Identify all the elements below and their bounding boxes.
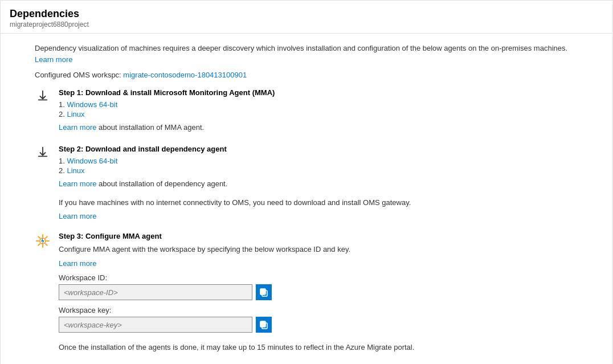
page-header: Dependencies migrateproject6880project <box>1 1 612 34</box>
workspace-label: Configured OMS workspc: <box>35 71 121 79</box>
workspace-key-input[interactable] <box>59 317 252 333</box>
copy-icon <box>259 288 268 297</box>
step3-content: Step 3: Configure MMA agent Configure MM… <box>59 232 578 353</box>
step2-item1: 1. Windows 64-bit <box>59 157 578 165</box>
page-container: Dependencies migrateproject6880project D… <box>0 0 613 364</box>
step2-item2-prefix: 2. <box>59 166 65 175</box>
svg-line-8 <box>38 244 40 246</box>
step1-section: Step 1: Download & install Microsoft Mon… <box>35 88 578 133</box>
step2-oms-learn-more-link[interactable]: Learn more <box>59 212 96 220</box>
workspace-id-row <box>59 284 578 300</box>
intro-learn-more-link[interactable]: Learn more <box>35 55 72 64</box>
workspace-key-copy-button[interactable] <box>256 317 272 333</box>
intro-description: Dependency visualization of machines req… <box>35 44 567 52</box>
content-area: Dependency visualization of machines req… <box>1 34 612 364</box>
step2-learn-more-line: Learn more about installation of depende… <box>59 178 578 190</box>
step3-learn-more-line: Learn more <box>59 259 578 268</box>
step1-item2: 2. Linux <box>59 110 578 118</box>
step3-icon <box>35 233 51 249</box>
step2-item1-prefix: 1. <box>59 157 65 165</box>
step2-oms-learn-more-line: Learn more <box>59 212 578 220</box>
workspace-key-label: Workspace key: <box>59 306 578 314</box>
page-title: Dependencies <box>10 7 603 21</box>
step2-learn-more-suffix: about installation of dependency agent. <box>99 179 227 188</box>
svg-rect-14 <box>260 321 265 327</box>
workspace-value-link[interactable]: migrate-contosodemo-180413100901 <box>123 71 247 79</box>
step3-learn-more-link[interactable]: Learn more <box>59 259 96 268</box>
step2-linux-link[interactable]: Linux <box>67 166 84 175</box>
page-subtitle: migrateproject6880project <box>10 21 603 28</box>
intro-text: Dependency visualization of machines req… <box>35 43 578 65</box>
step1-item1-prefix: 1. <box>59 100 65 109</box>
workspace-info: Configured OMS workspc: migrate-contosod… <box>35 71 578 79</box>
step1-title: Step 1: Download & install Microsoft Mon… <box>59 88 578 97</box>
workspace-id-copy-button[interactable] <box>256 284 272 300</box>
workspace-key-row <box>59 317 578 333</box>
step1-icon <box>35 89 51 102</box>
step1-item1: 1. Windows 64-bit <box>59 100 578 109</box>
step2-section: Step 2: Download and install dependency … <box>35 145 578 220</box>
step2-content: Step 2: Download and install dependency … <box>59 145 578 220</box>
step2-title: Step 2: Download and install dependency … <box>59 145 578 153</box>
svg-line-6 <box>46 244 47 246</box>
step1-learn-more-line: Learn more about installation of MMA age… <box>59 122 578 133</box>
workspace-id-label: Workspace ID: <box>59 273 578 282</box>
step2-learn-more-link[interactable]: Learn more <box>59 179 96 188</box>
svg-rect-11 <box>260 289 265 295</box>
footer-note: Once the installation of the agents is d… <box>59 342 578 353</box>
step3-title: Step 3: Configure MMA agent <box>59 232 578 240</box>
oms-gateway-text: If you have machines with no internet co… <box>59 197 578 208</box>
step1-content: Step 1: Download & install Microsoft Mon… <box>59 88 578 133</box>
step3-desc: Configure MMA agent with the workspace b… <box>59 244 578 255</box>
svg-line-5 <box>38 236 40 238</box>
step1-item2-prefix: 2. <box>59 110 65 118</box>
step1-learn-more-link[interactable]: Learn more <box>59 123 96 132</box>
step2-windows-link[interactable]: Windows 64-bit <box>67 157 117 165</box>
step3-section: Step 3: Configure MMA agent Configure MM… <box>35 232 578 353</box>
step1-windows-link[interactable]: Windows 64-bit <box>67 100 117 109</box>
copy-icon-key <box>259 320 268 329</box>
step2-icon <box>35 146 51 158</box>
step1-learn-more-suffix: about installation of MMA agent. <box>99 123 204 132</box>
workspace-id-input[interactable] <box>59 284 252 300</box>
step1-linux-link[interactable]: Linux <box>67 110 84 118</box>
svg-line-7 <box>46 236 47 238</box>
step2-item2: 2. Linux <box>59 166 578 175</box>
